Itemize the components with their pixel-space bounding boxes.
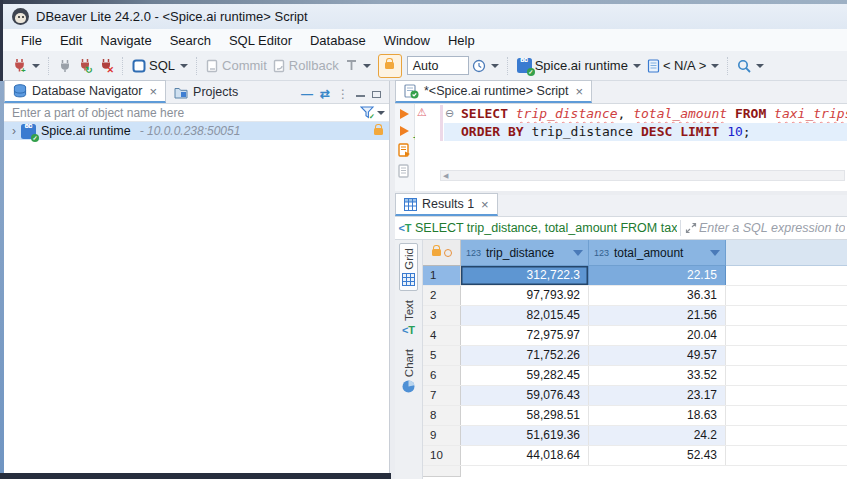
column-header-total-amount[interactable]: 123 total_amount	[589, 240, 726, 266]
row-number[interactable]: 3	[423, 306, 461, 325]
grid-cell[interactable]: 52.43	[589, 446, 726, 465]
grid-cell[interactable]: 312,722.3	[461, 266, 589, 285]
row-number[interactable]: 1	[423, 266, 461, 285]
grid-cell[interactable]: 21.56	[589, 306, 726, 325]
grid-cell[interactable]: 23.17	[589, 386, 726, 405]
expander-icon[interactable]: ›	[12, 125, 16, 137]
sort-dropdown-icon[interactable]	[710, 250, 720, 256]
tree-item-connection[interactable]: › ODBC Spice.ai runtime - 10.0.0.238:500…	[4, 122, 389, 140]
scroll-left-icon[interactable]: ◀	[443, 172, 448, 179]
commit-mode-select[interactable]: Auto	[407, 56, 469, 75]
autocommit-lock-toggle[interactable]	[378, 54, 402, 78]
menu-item-navigate[interactable]: Navigate	[91, 31, 160, 50]
grid-cell[interactable]: 22.15	[589, 266, 726, 285]
menu-item-database[interactable]: Database	[301, 31, 375, 50]
grid-cell[interactable]: 59,282.45	[461, 366, 589, 385]
grid-cell[interactable]: 44,018.64	[461, 446, 589, 465]
grid-cell[interactable]: 24.2	[589, 426, 726, 445]
grid-cell[interactable]: 18.63	[589, 406, 726, 425]
execute-statement-button[interactable]	[400, 109, 409, 119]
close-icon[interactable]: ×	[576, 84, 584, 99]
menu-item-search[interactable]: Search	[161, 31, 220, 50]
grid-cell[interactable]: 58,298.51	[461, 406, 589, 425]
connect-button[interactable]	[55, 57, 75, 75]
expand-filter-icon[interactable]	[685, 222, 697, 234]
menu-item-edit[interactable]: Edit	[51, 31, 91, 50]
table-row[interactable]: 1312,722.322.15	[423, 266, 847, 286]
schema-selector[interactable]: < N/A >	[644, 56, 722, 75]
view-menu-icon[interactable]: ⋮	[337, 89, 349, 99]
filter-funnel-icon[interactable]: ✓	[360, 106, 375, 119]
minimize-view-button[interactable]	[356, 91, 365, 97]
transaction-mode-button[interactable]	[342, 57, 374, 74]
new-connection-button[interactable]: +	[9, 56, 43, 75]
menu-item-help[interactable]: Help	[439, 31, 484, 50]
row-number[interactable]: 10	[423, 446, 461, 465]
filter-expression-input[interactable]	[697, 220, 847, 236]
view-tab-text[interactable]: Text <T	[397, 296, 421, 340]
tab-database-navigator[interactable]: Database Navigator ×	[4, 80, 166, 103]
transaction-log-button[interactable]	[469, 57, 502, 75]
row-number[interactable]: 4	[423, 326, 461, 345]
row-number[interactable]: 7	[423, 386, 461, 405]
sql-code[interactable]: ⊖SELECT trip_distance, total_amount FROM…	[444, 105, 847, 141]
column-header-trip-distance[interactable]: 123 trip_distance	[461, 240, 589, 266]
table-row[interactable]: 571,752.2649.57	[423, 346, 847, 366]
grid-cell[interactable]: 51,619.36	[461, 426, 589, 445]
table-row[interactable]: 759,076.4323.17	[423, 386, 847, 406]
reconnect-button[interactable]: ↻	[75, 56, 96, 75]
menu-item-window[interactable]: Window	[375, 31, 439, 50]
table-row[interactable]: 297,793.9236.31	[423, 286, 847, 306]
table-row[interactable]: 951,619.3624.2	[423, 426, 847, 446]
maximize-view-button[interactable]	[372, 91, 381, 98]
execute-new-tab-button[interactable]	[400, 126, 409, 136]
close-icon[interactable]: ×	[149, 84, 157, 99]
view-tab-grid[interactable]: Grid	[399, 243, 418, 291]
rollback-button[interactable]: Rollback	[270, 56, 342, 75]
row-number[interactable]: 2	[423, 286, 461, 305]
sql-editor-button[interactable]: SQL	[129, 56, 191, 75]
object-filter-input[interactable]	[10, 105, 360, 121]
tab-results-1[interactable]: Results 1 ×	[395, 193, 498, 216]
row-filler	[726, 386, 847, 405]
disconnect-button[interactable]: ✕	[96, 56, 117, 75]
table-row[interactable]: 472,975.9720.04	[423, 326, 847, 346]
table-row[interactable]: 1044,018.6452.43	[423, 446, 847, 466]
grid-corner-cell[interactable]	[423, 240, 461, 266]
grid-cell[interactable]: 82,015.45	[461, 306, 589, 325]
tab-projects[interactable]: Projects	[166, 81, 246, 103]
connection-selector[interactable]: ODBC Spice.ai runtime	[514, 56, 644, 75]
execute-statements-button[interactable]	[398, 164, 411, 178]
commit-button[interactable]: Commit	[203, 56, 270, 75]
grid-cell[interactable]: 72,975.97	[461, 326, 589, 345]
code-line[interactable]: ORDER BY trip_distance DESC LIMIT 10;	[444, 123, 847, 141]
chevron-down-icon[interactable]	[377, 111, 385, 115]
table-row[interactable]: 382,015.4521.56	[423, 306, 847, 326]
close-icon[interactable]: ×	[481, 197, 489, 212]
grid-cell[interactable]: 36.31	[589, 286, 726, 305]
collapse-all-button[interactable]: —	[301, 89, 313, 99]
grid-cell[interactable]: 59,076.43	[461, 386, 589, 405]
grid-cell[interactable]: 71,752.26	[461, 346, 589, 365]
grid-cell[interactable]: 97,793.92	[461, 286, 589, 305]
tab-sql-script[interactable]: *<Spice.ai runtime> Script ×	[395, 80, 592, 103]
menu-item-file[interactable]: File	[12, 31, 51, 50]
editor-h-scrollbar[interactable]: ◀	[440, 170, 845, 181]
grid-cell[interactable]: 20.04	[589, 326, 726, 345]
row-number[interactable]: 5	[423, 346, 461, 365]
menu-item-sql-editor[interactable]: SQL Editor	[220, 31, 301, 50]
table-row[interactable]: 858,298.5118.63	[423, 406, 847, 426]
link-with-editor-button[interactable]: ⇄	[320, 89, 330, 99]
execute-script-button[interactable]	[398, 143, 411, 157]
grid-cell[interactable]: 33.52	[589, 366, 726, 385]
view-tab-chart[interactable]: Chart	[400, 345, 417, 397]
row-number[interactable]: 9	[423, 426, 461, 445]
grid-cell[interactable]: 49.57	[589, 346, 726, 365]
row-number[interactable]: 8	[423, 406, 461, 425]
table-row[interactable]: 659,282.4533.52	[423, 366, 847, 386]
code-line[interactable]: ⊖SELECT trip_distance, total_amount FROM…	[444, 105, 847, 123]
fold-marker-icon[interactable]: ⊖	[445, 105, 454, 123]
search-button[interactable]	[734, 57, 767, 75]
sort-dropdown-icon[interactable]	[573, 250, 583, 256]
row-number[interactable]: 6	[423, 366, 461, 385]
